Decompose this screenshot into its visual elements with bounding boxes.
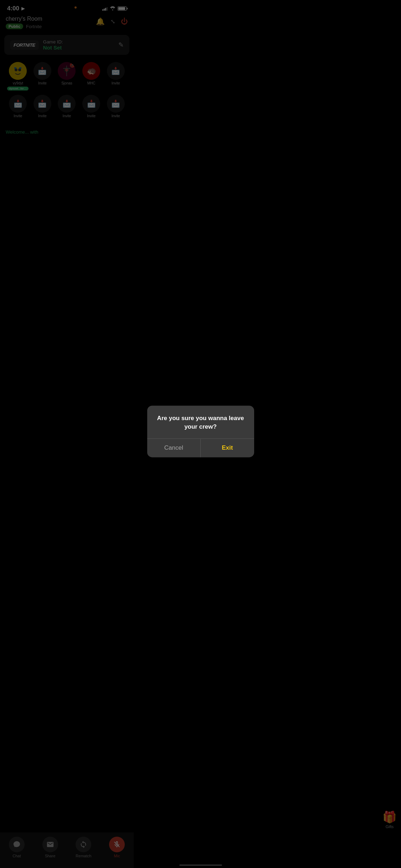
dialog-overlay[interactable] — [0, 0, 134, 289]
